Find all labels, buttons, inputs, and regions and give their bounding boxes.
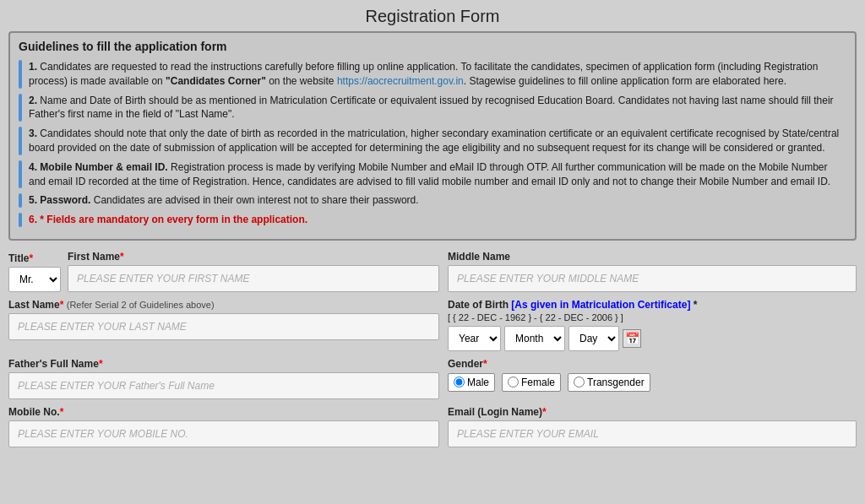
- guidelines-box: Guidelines to fill the application form …: [8, 31, 857, 241]
- form-col-right-2: Date of Birth [As given in Matriculation…: [448, 299, 857, 351]
- form-row-2: Last Name* (Refer Serial 2 of Guidelines…: [8, 299, 857, 351]
- title-first-name-row: Title* Mr. Mrs. Ms. Dr. First Name*: [8, 251, 439, 292]
- gender-label: Gender*: [448, 358, 857, 370]
- gender-male-option[interactable]: Male: [448, 373, 495, 392]
- form-col-left-4: Mobile No.*: [8, 406, 439, 447]
- guideline-bar-6: [19, 213, 22, 227]
- first-name-group: First Name*: [68, 251, 439, 292]
- form-row-3: Father's Full Name* Gender* Male Female: [8, 358, 857, 399]
- mobile-label: Mobile No.*: [8, 406, 439, 418]
- guideline-item-3: 3. Candidates should note that only the …: [19, 127, 846, 155]
- gender-options-row: Male Female Transgender: [448, 373, 857, 392]
- guideline-bar-2: [19, 94, 22, 122]
- guideline-item-2: 2. Name and Date of Birth should be as m…: [19, 94, 846, 122]
- form-section: Title* Mr. Mrs. Ms. Dr. First Name*: [8, 251, 857, 447]
- email-input[interactable]: [448, 420, 857, 447]
- first-name-label: First Name*: [68, 251, 439, 263]
- guideline-text-5: 5. Password. Candidates are advised in t…: [29, 193, 419, 208]
- guideline-bar-3: [19, 127, 22, 155]
- dob-day-select[interactable]: Day: [569, 326, 619, 351]
- guideline-item-6: 6. * Fields are mandatory on every form …: [19, 213, 846, 227]
- mobile-input[interactable]: [8, 420, 439, 447]
- guideline-text-3: 3. Candidates should note that only the …: [29, 127, 846, 155]
- gender-female-option[interactable]: Female: [502, 373, 561, 392]
- email-label: Email (Login Name)*: [448, 406, 857, 418]
- guideline-text-4: 4. Mobile Number & email ID. Registratio…: [29, 160, 846, 189]
- father-name-input[interactable]: [8, 372, 439, 399]
- gender-male-radio[interactable]: [454, 377, 465, 387]
- dob-range: [ { 22 - DEC - 1962 } - { 22 - DEC - 200…: [448, 312, 857, 322]
- form-row-4: Mobile No.* Email (Login Name)*: [8, 406, 857, 447]
- gender-female-radio[interactable]: [508, 377, 519, 387]
- gender-transgender-option[interactable]: Transgender: [568, 373, 650, 392]
- last-name-input[interactable]: [8, 313, 439, 340]
- guideline-bar-5: [19, 193, 22, 208]
- guideline-item-5: 5. Password. Candidates are advised in t…: [19, 193, 846, 208]
- calendar-icon[interactable]: 📅: [623, 329, 641, 348]
- form-row-1: Title* Mr. Mrs. Ms. Dr. First Name*: [8, 251, 857, 292]
- guidelines-title: Guidelines to fill the application form: [19, 40, 846, 53]
- guideline-bar: [19, 60, 22, 89]
- title-group: Title* Mr. Mrs. Ms. Dr.: [8, 252, 61, 292]
- guideline-item-1: 1. Candidates are requested to read the …: [19, 60, 846, 89]
- dob-month-select[interactable]: Month: [504, 326, 565, 351]
- last-name-label: Last Name* (Refer Serial 2 of Guidelines…: [8, 299, 439, 311]
- form-col-right-1: Middle Name: [448, 251, 857, 292]
- middle-name-label: Middle Name: [448, 251, 857, 263]
- form-col-left-1: Title* Mr. Mrs. Ms. Dr. First Name*: [8, 251, 439, 292]
- guideline-text-1: 1. Candidates are requested to read the …: [29, 60, 846, 89]
- dob-year-select[interactable]: Year: [448, 326, 501, 351]
- guideline-text-2: 2. Name and Date of Birth should be as m…: [29, 94, 846, 122]
- guidelines-link[interactable]: https://aocrecruitment.gov.in: [337, 75, 464, 87]
- first-name-input[interactable]: [68, 265, 439, 292]
- title-select[interactable]: Mr. Mrs. Ms. Dr.: [8, 267, 61, 292]
- page-title: Registration Form: [0, 0, 865, 31]
- guideline-bar-4: [19, 160, 22, 189]
- dob-selects: Year Month Day 📅: [448, 326, 857, 351]
- father-name-label: Father's Full Name*: [8, 358, 439, 370]
- guideline-item-4: 4. Mobile Number & email ID. Registratio…: [19, 160, 846, 189]
- form-col-left-3: Father's Full Name*: [8, 358, 439, 399]
- form-col-left-2: Last Name* (Refer Serial 2 of Guidelines…: [8, 299, 439, 340]
- dob-label: Date of Birth [As given in Matriculation…: [448, 299, 857, 311]
- title-label: Title*: [8, 252, 61, 264]
- gender-transgender-radio[interactable]: [574, 377, 585, 387]
- guideline-text-6: 6. * Fields are mandatory on every form …: [29, 213, 307, 227]
- form-col-right-3: Gender* Male Female Transgender: [448, 358, 857, 392]
- middle-name-input[interactable]: [448, 265, 857, 292]
- form-col-right-4: Email (Login Name)*: [448, 406, 857, 447]
